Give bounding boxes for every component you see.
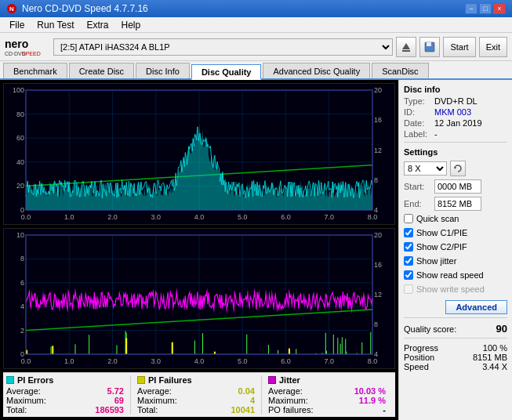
pi-errors-average-row: Average: 5.72 [6,386,124,396]
jitter-title: Jitter [268,375,386,385]
quick-scan-checkbox[interactable] [404,214,413,223]
chart-area: PI Errors Average: 5.72 Maximum: 69 Tota… [0,80,398,420]
show-read-speed-label: Show read speed [416,270,484,280]
maximize-button[interactable]: □ [479,3,492,14]
svg-marker-5 [402,43,410,49]
position-row: Position 8151 MB [404,353,507,362]
jitter-block: Jitter Average: 10.03 % Maximum: 11.9 % … [262,375,392,415]
show-write-speed-label: Show write speed [416,284,485,294]
save-button[interactable] [419,37,440,57]
svg-text:nero: nero [5,38,28,50]
disc-type-row: Type: DVD+R DL [404,96,507,106]
tabs: Benchmark Create Disc Disc Info Disc Qua… [0,61,512,80]
end-input[interactable] [434,197,481,211]
show-read-speed-row: Show read speed [404,269,507,281]
quick-scan-label: Quick scan [416,214,459,223]
exit-button[interactable]: Exit [479,37,507,57]
progress-row: Progress 100 % [404,343,507,353]
pi-errors-dot [6,376,14,384]
menu-extra[interactable]: Extra [80,19,114,31]
toolbar: nero CD·DVD SPEED [2:5] ATAPI iHAS324 A … [0,33,512,61]
pi-failures-average-value: 0.04 [238,386,255,396]
jitter-max-row: Maximum: 11.9 % [268,396,386,405]
jitter-max-value: 11.9 % [359,396,386,405]
right-panel: Disc info Type: DVD+R DL ID: MKM 003 Dat… [398,80,512,420]
speed-value: 3.44 X [482,362,507,371]
menu-file[interactable]: File [3,19,31,31]
title-bar-text: Nero CD-DVD Speed 4.7.7.16 [22,3,148,14]
pi-errors-max-row: Maximum: 69 [6,396,124,405]
show-c2-pif-row: Show C2/PIF [404,241,507,253]
pi-errors-max-value: 69 [114,396,124,405]
disc-type-value: DVD+R DL [434,96,478,106]
tab-create-disc[interactable]: Create Disc [69,63,134,78]
pi-failures-max-value: 4 [250,396,255,405]
show-c1-pie-checkbox[interactable] [404,228,413,237]
svg-rect-9 [427,47,433,51]
svg-text:SPEED: SPEED [22,51,41,56]
menu-run-test[interactable]: Run Test [31,19,80,31]
tab-benchmark[interactable]: Benchmark [3,63,67,78]
tab-disc-quality[interactable]: Disc Quality [191,64,262,80]
start-input[interactable] [434,179,481,194]
close-button[interactable]: × [493,3,506,14]
disc-id-value: MKM 003 [434,107,471,117]
pi-errors-block: PI Errors Average: 5.72 Maximum: 69 Tota… [6,375,131,415]
menu-help[interactable]: Help [115,19,147,31]
stats-row: PI Errors Average: 5.72 Maximum: 69 Tota… [6,375,392,415]
pi-errors-total-row: Total: 186593 [6,405,124,415]
disc-date-row: Date: 12 Jan 2019 [404,118,507,128]
title-bar-icon: N [6,3,17,14]
refresh-button[interactable] [450,161,466,176]
disc-label-row: Label: - [404,129,507,139]
advanced-button[interactable]: Advanced [445,300,507,314]
disc-info-title: Disc info [404,85,507,94]
show-write-speed-row: Show write speed [404,283,507,295]
quality-row: Quality score: 90 [404,323,507,335]
disc-id-row: ID: MKM 003 [404,107,507,117]
start-label: Start: [404,182,431,191]
show-jitter-checkbox[interactable] [404,256,413,266]
jitter-average-value: 10.03 % [354,386,386,396]
menu-bar: File Run Test Extra Help [0,17,512,33]
divider-3 [404,338,507,339]
pi-errors-total-value: 186593 [95,405,124,415]
disc-label-value: - [434,129,438,139]
disc-date-value: 12 Jan 2019 [434,118,482,128]
divider-2 [404,317,507,318]
progress-label: Progress [404,343,438,353]
tab-scandisc[interactable]: ScanDisc [372,63,428,78]
jitter-po-value: - [383,405,386,415]
upper-chart [3,83,395,225]
show-c2-pif-checkbox[interactable] [404,242,413,252]
pi-failures-max-row: Maximum: 4 [137,396,255,405]
drive-selector[interactable]: [2:5] ATAPI iHAS324 A BL1P [53,38,393,56]
title-bar: N Nero CD-DVD Speed 4.7.7.16 − □ × [0,0,512,17]
eject-button[interactable] [396,37,416,57]
pi-failures-total-value: 10041 [231,405,255,415]
tab-disc-info[interactable]: Disc Info [136,63,190,78]
quality-label: Quality score: [404,324,456,334]
svg-rect-8 [427,42,431,46]
svg-rect-6 [402,50,410,52]
jitter-average-row: Average: 10.03 % [268,386,386,396]
speed-label: Speed [404,362,429,371]
show-c1-pie-label: Show C1/PIE [416,228,467,237]
pi-failures-average-row: Average: 0.04 [137,386,255,396]
progress-value: 100 % [483,343,507,353]
settings-title: Settings [404,147,507,157]
end-row: End: [404,197,507,211]
end-label: End: [404,199,431,208]
divider-1 [404,142,507,143]
pi-errors-average-value: 5.72 [107,386,124,396]
position-value: 8151 MB [473,353,507,362]
pi-failures-total-row: Total: 10041 [137,405,255,415]
disc-label-label: Label: [404,129,431,139]
show-read-speed-checkbox[interactable] [404,270,413,280]
bottom-stats: PI Errors Average: 5.72 Maximum: 69 Tota… [3,372,395,417]
start-button[interactable]: Start [443,37,475,57]
speed-select[interactable]: 8 XMax2 X4 X16 X [404,161,447,176]
tab-advanced-disc-quality[interactable]: Advanced Disc Quality [263,63,370,78]
lower-chart [3,228,395,369]
minimize-button[interactable]: − [465,3,478,14]
